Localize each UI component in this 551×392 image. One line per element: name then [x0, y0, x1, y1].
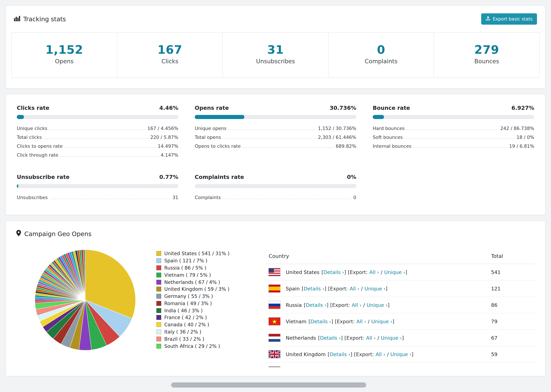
- dotted-leader: [407, 130, 498, 130]
- legend-item[interactable]: Romania ( 49 / 3% ): [156, 300, 229, 307]
- metric-row: Total opens 2,303 / 61.446%: [195, 133, 356, 142]
- details-link[interactable]: Details ›: [323, 269, 344, 275]
- legend-label: Italy ( 36 / 2% ): [164, 329, 201, 335]
- horizontal-scrollbar[interactable]: [171, 382, 366, 388]
- metric-value: 167 / 4.456%: [147, 126, 178, 131]
- legend-label: Germany ( 55 / 3% ): [164, 294, 213, 299]
- rate-block: Unsubscribe rate 0.77% Unsubscribes 31: [17, 174, 178, 202]
- metric-value: 19 / 6.81%: [509, 143, 534, 149]
- export-all-link[interactable]: All ›: [356, 319, 366, 324]
- geo-table-header-total: Total: [488, 249, 535, 264]
- metric-row: Soft bounces 18 / 0%: [373, 133, 534, 142]
- metric-label: Total opens: [195, 134, 221, 140]
- legend-item[interactable]: France ( 42 / 2% ): [156, 314, 229, 321]
- legend-item[interactable]: Netherlands ( 67 / 4% ): [156, 279, 229, 286]
- campaign-geo-opens-title-text: Campaign Geo Opens: [24, 230, 92, 237]
- legend-item[interactable]: United States ( 541 / 31% ): [156, 250, 229, 257]
- export-all-link[interactable]: All ›: [376, 351, 385, 357]
- legend-item[interactable]: Spain ( 121 / 7% ): [156, 257, 229, 264]
- legend-item[interactable]: Brazil ( 33 / 2% ): [156, 335, 229, 343]
- metric-label: Complaints: [195, 195, 221, 200]
- details-link[interactable]: Details ›: [330, 351, 350, 357]
- geo-table-body: United States [Details ›] [Export: All ›…: [266, 264, 535, 367]
- export-icon: [486, 16, 490, 22]
- legend-item[interactable]: Germany ( 55 / 3% ): [156, 293, 229, 300]
- metric-value: 2,303 / 61.446%: [318, 134, 356, 140]
- metric-row: Internal bounces 19 / 6.81%: [373, 142, 534, 151]
- stat-value: 167: [117, 43, 222, 56]
- campaign-geo-opens-card: Campaign Geo Opens United States ( 541 /…: [6, 221, 545, 376]
- tracking-stats-title: Tracking stats: [14, 15, 66, 23]
- export-unique-link[interactable]: Unique ›: [367, 302, 388, 308]
- metric-label: Unsubscribes: [17, 195, 48, 200]
- metric-row: Opens to clicks rate 689.82%: [195, 142, 356, 151]
- metric-row: Click through rate 4.147%: [17, 151, 178, 159]
- metric-row: Total clicks 220 / 5.87%: [17, 133, 178, 142]
- rate-block: Complaints rate 0% Complaints 0: [195, 174, 356, 202]
- dotted-leader: [44, 139, 148, 139]
- metric-label: Unique opens: [195, 126, 226, 131]
- metric-label: Internal bounces: [373, 143, 411, 149]
- geo-table-row: Netherlands [Details ›] [Export: All › /…: [266, 329, 535, 346]
- legend-label: Russia ( 86 / 5% ): [164, 265, 206, 271]
- country-name: United States: [286, 269, 319, 275]
- stat-label: Unsubscribes: [223, 58, 328, 65]
- tracking-stats-page: Tracking stats Export basic stats 1,152 …: [0, 0, 551, 392]
- legend-label: Romania ( 49 / 3% ): [164, 301, 212, 306]
- export-basic-stats-button[interactable]: Export basic stats: [481, 13, 537, 25]
- legend-item[interactable]: Vietnam ( 79 / 5% ): [156, 271, 229, 279]
- export-unique-link[interactable]: Unique ›: [384, 269, 405, 275]
- metric-value: 31: [172, 195, 178, 200]
- export-all-link[interactable]: All ›: [350, 286, 359, 291]
- legend-label: Vietnam ( 79 / 5% ): [164, 272, 211, 278]
- legend-label: United States ( 541 / 31% ): [164, 251, 229, 256]
- legend-swatch: [156, 258, 161, 263]
- stats-row: 1,152 Opens167 Clicks31 Unsubscribes0 Co…: [11, 32, 540, 78]
- export-all-link[interactable]: All ›: [369, 269, 379, 275]
- legend-item[interactable]: India ( 46 / 3% ): [156, 307, 229, 314]
- country-total: 59: [488, 346, 535, 362]
- rate-progress-bar: [17, 184, 178, 188]
- export-all-link[interactable]: All ›: [352, 302, 361, 308]
- rate-progress-bar: [195, 184, 356, 188]
- details-link[interactable]: Details ›: [304, 286, 324, 291]
- metric-value: 242 / 86.738%: [500, 126, 534, 131]
- details-link[interactable]: Details ›: [320, 335, 341, 341]
- rate-block: Bounce rate 6.927% Hard bounces 242 / 86…: [373, 105, 534, 159]
- stat-box: 279 Bounces: [434, 33, 539, 78]
- flag-ru-icon: [269, 301, 280, 309]
- legend-item[interactable]: United Kingdom ( 59 / 3% ): [156, 286, 229, 293]
- details-link[interactable]: Details ›: [311, 319, 331, 324]
- details-link[interactable]: Details ›: [306, 302, 326, 308]
- geo-chart-area: United States ( 541 / 31% ) Spain ( 121 …: [16, 249, 252, 367]
- metric-value: 18 / 0%: [517, 134, 534, 140]
- legend-item[interactable]: Russia ( 86 / 5% ): [156, 264, 229, 271]
- legend-item[interactable]: Italy ( 36 / 2% ): [156, 328, 229, 335]
- rate-value: 30.736%: [330, 105, 356, 111]
- dotted-leader: [65, 147, 156, 148]
- legend-item[interactable]: South Africa ( 29 / 2% ): [156, 343, 229, 350]
- export-unique-link[interactable]: Unique ›: [371, 319, 392, 324]
- flag-us-icon: [269, 268, 280, 276]
- country-total: 79: [488, 313, 535, 329]
- legend-swatch: [156, 315, 161, 320]
- geo-pie-chart[interactable]: [34, 249, 137, 351]
- rate-title: Opens rate: [195, 105, 229, 111]
- stat-box: 0 Complaints: [328, 33, 434, 78]
- legend-swatch: [156, 336, 161, 341]
- stat-value: 0: [329, 43, 434, 56]
- export-unique-link[interactable]: Unique ›: [381, 335, 402, 341]
- export-all-link[interactable]: All ›: [366, 335, 376, 341]
- stat-label: Opens: [12, 58, 117, 65]
- legend-item[interactable]: Canada ( 40 / 2% ): [156, 321, 229, 328]
- dotted-leader: [413, 147, 507, 148]
- export-unique-link[interactable]: Unique ›: [365, 286, 386, 291]
- metric-label: Soft bounces: [373, 134, 403, 140]
- geo-legend: United States ( 541 / 31% ) Spain ( 121 …: [156, 249, 229, 367]
- metric-value: 1,152 / 30.736%: [318, 126, 356, 131]
- metric-row: Unique opens 1,152 / 30.736%: [195, 124, 356, 133]
- legend-label: France ( 42 / 2% ): [164, 315, 207, 320]
- export-unique-link[interactable]: Unique ›: [390, 351, 411, 357]
- metric-value: 0: [353, 195, 356, 200]
- geo-table-wrap: Country Total United States [Details ›] …: [266, 249, 535, 367]
